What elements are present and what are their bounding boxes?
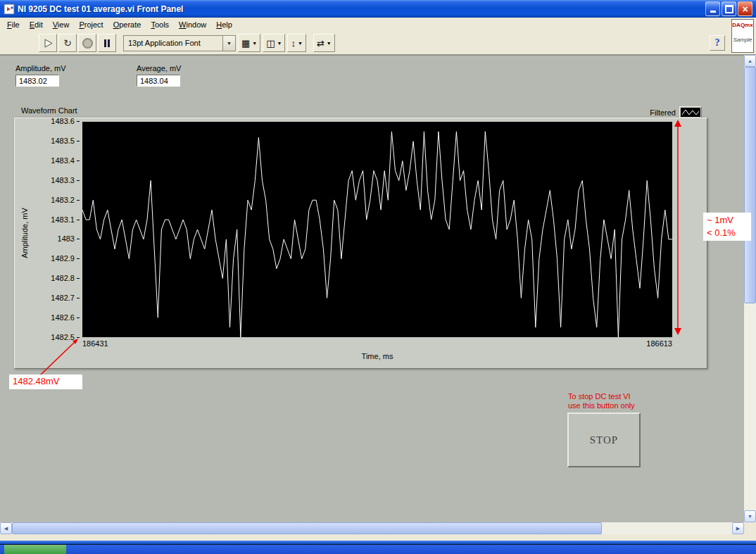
y-axis-label: Amplitude, mV <box>19 118 30 347</box>
y-tick-label: 1483.1 <box>51 216 80 224</box>
y-tick-label: 1482.9 <box>51 255 80 263</box>
horizontal-scroll-thumb[interactable] <box>12 522 602 534</box>
pause-icon <box>104 39 110 47</box>
y-tick-label: 1483 <box>58 235 80 243</box>
scroll-up-button[interactable]: ▲ <box>744 55 756 67</box>
run-button[interactable] <box>39 34 57 52</box>
vertical-scroll-thumb[interactable] <box>744 67 756 303</box>
average-indicator: Average, mV 1483.04 <box>137 64 181 87</box>
x-tick-min: 186431 <box>82 339 108 348</box>
run-icon <box>42 37 54 49</box>
front-panel: Amplitude, mV 1483.02 Average, mV 1483.0… <box>0 55 744 522</box>
align-objects-dropdown[interactable]: ▦ ▼ <box>238 34 260 52</box>
align-objects-icon: ▦ <box>241 39 250 48</box>
chevron-down-icon[interactable]: ▼ <box>222 36 235 51</box>
scroll-right-button[interactable]: ▶ <box>732 522 744 534</box>
menu-item-project[interactable]: Project <box>74 19 108 30</box>
menu-item-edit[interactable]: Edit <box>25 19 48 30</box>
close-button[interactable]: × <box>738 1 752 16</box>
taskbar-strip <box>0 544 756 554</box>
close-icon: × <box>742 4 748 14</box>
abort-icon <box>82 38 93 49</box>
waveform-polyline-svg <box>82 122 672 337</box>
pause-button[interactable] <box>98 34 116 52</box>
vi-icon-line1: DAQmx <box>732 20 753 28</box>
range-annotation-line2: < 0.1% <box>707 227 751 239</box>
distribute-objects-dropdown[interactable]: ◫ ▼ <box>263 34 285 52</box>
average-value: 1483.04 <box>137 75 180 87</box>
vi-icon: DAQmx Sample <box>731 19 754 53</box>
range-annotation: ~ 1mV < 0.1% <box>703 213 751 241</box>
y-tick-label: 1483.2 <box>51 196 80 204</box>
minimize-button[interactable] <box>705 1 720 16</box>
x-axis-label: Time, ms <box>82 352 672 360</box>
y-tick-label: 1482.8 <box>51 275 80 282</box>
scroll-right-icon: ▶ <box>736 526 740 531</box>
resize-objects-dropdown[interactable]: ↕ ▼ <box>287 34 305 52</box>
abort-button[interactable] <box>78 34 96 52</box>
reorder-icon: ⇄ <box>317 39 325 48</box>
y-tick-label: 1482.6 <box>51 314 80 322</box>
scroll-left-icon: ◀ <box>4 526 8 531</box>
menu-item-help[interactable]: Help <box>211 19 237 30</box>
y-tick-label: 1483.3 <box>51 177 80 184</box>
scroll-down-button[interactable]: ▼ <box>744 510 756 522</box>
stop-note-line2: use this button only <box>568 401 635 410</box>
stop-note-line1: To stop DC test VI <box>568 392 635 401</box>
restore-icon <box>725 5 733 13</box>
start-button-sliver[interactable] <box>4 545 66 554</box>
plot-legend[interactable]: Filtered <box>650 106 702 118</box>
y-tick-label: 1483.5 <box>51 137 80 145</box>
stop-note: To stop DC test VI use this button only <box>568 392 635 410</box>
stop-button-label: STOP <box>590 434 618 446</box>
legend-swatch-frame[interactable] <box>679 106 702 118</box>
waveform-chart: Amplitude, mV 1483.61483.51483.41483.314… <box>14 118 707 369</box>
chevron-down-icon: ▼ <box>327 41 332 46</box>
vertical-scrollbar[interactable]: ▲ ▼ <box>744 55 756 522</box>
help-button[interactable]: ? <box>710 35 725 51</box>
window-title: NI 9205 DC test 01 average.vi Front Pane… <box>18 4 704 14</box>
stop-button[interactable]: STOP <box>567 413 641 467</box>
reorder-dropdown[interactable]: ⇄ ▼ <box>313 34 335 52</box>
minimize-icon <box>710 11 716 13</box>
y-tick-label: 1483.4 <box>51 157 80 165</box>
range-arrow <box>672 119 684 336</box>
window-frame-bottom <box>0 534 756 541</box>
labview-window: NI 9205 DC test 01 average.vi Front Pane… <box>0 0 756 554</box>
y-tick-label: 1483.6 <box>51 118 80 125</box>
chevron-down-icon: ▼ <box>298 41 303 46</box>
toolbar: ↻ 13pt Application Font ▼ ▦ ▼ ◫ ▼ ↕ ▼ ⇄ … <box>0 32 756 55</box>
plot-area <box>82 122 672 337</box>
restore-button[interactable] <box>722 1 736 16</box>
legend-label: Filtered <box>650 108 676 117</box>
scroll-up-icon: ▲ <box>748 58 752 63</box>
run-continuous-button[interactable]: ↻ <box>58 34 77 52</box>
average-label: Average, mV <box>137 64 181 73</box>
corner-value-annotation: 1482.48mV <box>9 374 82 389</box>
vi-icon-line2: Sample <box>732 37 753 43</box>
chevron-down-icon: ▼ <box>252 41 257 46</box>
run-continuous-icon: ↻ <box>63 37 72 49</box>
help-icon: ? <box>715 37 720 49</box>
menu-bar: FileEditViewProjectOperateToolsWindowHel… <box>0 18 756 32</box>
chevron-down-icon: ▼ <box>277 41 282 46</box>
y-axis-ticks: 1483.61483.51483.41483.31483.21483.11483… <box>33 118 80 341</box>
window-icon <box>4 4 15 15</box>
menu-item-window[interactable]: Window <box>174 19 211 30</box>
menu-item-tools[interactable]: Tools <box>146 19 174 30</box>
scrollbar-corner <box>744 522 756 534</box>
font-selector[interactable]: 13pt Application Font ▼ <box>123 35 236 51</box>
font-selector-value: 13pt Application Font <box>124 39 222 47</box>
x-axis-ticks: 186431 186613 <box>82 339 672 348</box>
title-bar[interactable]: NI 9205 DC test 01 average.vi Front Pane… <box>0 0 756 18</box>
scroll-down-icon: ▼ <box>748 514 752 519</box>
amplitude-indicator: Amplitude, mV 1483.02 <box>15 64 66 87</box>
menu-item-operate[interactable]: Operate <box>108 19 146 30</box>
waveform-icon <box>681 108 700 117</box>
resize-objects-icon: ↕ <box>291 39 296 48</box>
amplitude-value: 1483.02 <box>15 75 59 87</box>
scroll-left-button[interactable]: ◀ <box>0 522 12 534</box>
menu-item-view[interactable]: View <box>48 19 75 30</box>
menu-item-file[interactable]: File <box>2 19 25 30</box>
horizontal-scrollbar[interactable]: ◀ ▶ <box>0 522 744 534</box>
